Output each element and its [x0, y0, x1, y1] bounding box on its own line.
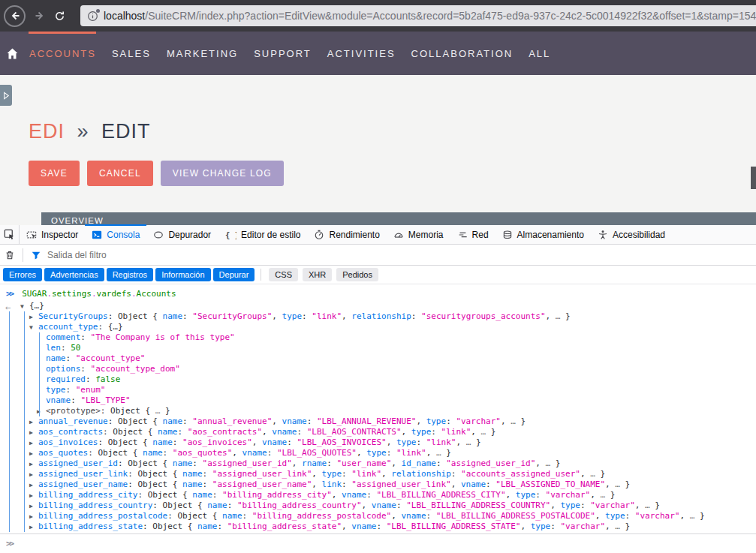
pill-divider	[261, 269, 261, 281]
expand-arrow-icon[interactable]: ▶	[29, 459, 38, 470]
expand-arrow-icon[interactable]: ▶	[29, 417, 38, 428]
console-row: ▶aos_invoices: Object { name: "aos_invoi…	[0, 437, 756, 448]
console-row: name: "account_type"	[0, 353, 756, 364]
breadcrumb: EDI » EDIT	[29, 120, 151, 143]
nav-item-accounts[interactable]: ACCOUNTS	[29, 48, 96, 59]
tab-overview[interactable]: OVERVIEW	[41, 212, 756, 225]
nav-item-sales[interactable]: SALES	[112, 48, 151, 59]
trash-icon	[5, 250, 15, 260]
nav-item-support[interactable]: SUPPORT	[254, 48, 312, 59]
console-row: required: false	[0, 374, 756, 385]
back-button[interactable]	[4, 5, 26, 27]
tab-network[interactable]: Red	[450, 225, 495, 244]
expand-arrow-icon[interactable]: ▶	[29, 428, 38, 438]
devtools-filter-bar: Salida del filtro	[0, 245, 756, 266]
toolbar-divider	[23, 248, 23, 262]
nav-item-all[interactable]: ALL	[529, 48, 550, 59]
expand-arrow-icon[interactable]: ▶	[29, 491, 38, 501]
console-output: >> SUGAR.settings.vardefs.Accounts ← ▼{……	[0, 284, 756, 533]
filter-información[interactable]: Información	[155, 268, 210, 281]
filter-depurar[interactable]: Depurar	[213, 268, 255, 281]
storage-icon	[502, 230, 513, 240]
expand-arrow-icon[interactable]: ▶	[37, 407, 46, 417]
forward-button[interactable]	[34, 10, 46, 22]
permission-dot	[96, 9, 100, 13]
tab-style-editor[interactable]: { }Editor de estilo	[218, 225, 307, 244]
performance-icon	[314, 230, 324, 240]
memory-icon	[393, 230, 404, 240]
filter-advertencias[interactable]: Advertencias	[44, 268, 104, 281]
tab-storage[interactable]: Almacenamiento	[495, 225, 591, 244]
tab-performance[interactable]: Rendimiento	[307, 225, 386, 244]
expand-arrow-icon[interactable]: ▶	[29, 480, 38, 491]
expand-arrow-icon[interactable]: ▶	[29, 449, 38, 459]
tab-console[interactable]: Consola	[85, 225, 146, 244]
browser-window: localhost/SuiteCRM/index.php?action=Edit…	[0, 0, 756, 553]
save-button[interactable]: SAVE	[29, 161, 80, 186]
nav-item-marketing[interactable]: MARKETING	[167, 48, 238, 59]
tab-debugger[interactable]: Depurador	[146, 225, 218, 244]
console-row: ▶aos_quotes: Object { name: "aos_quotes"…	[0, 448, 756, 458]
console-row: ▶<prototype>: Object { … }	[0, 406, 756, 416]
tab-memory[interactable]: Memoria	[387, 225, 450, 244]
expand-arrow-icon[interactable]: ▶	[29, 522, 38, 533]
home-icon[interactable]	[6, 47, 19, 60]
nav-item-activities[interactable]: ACTIVITIES	[327, 48, 396, 59]
indent-guide	[9, 311, 10, 532]
expand-arrow-icon[interactable]: ▶	[29, 512, 38, 522]
cancel-button[interactable]: CANCEL	[87, 161, 153, 186]
console-row: ▶billing_address_state: Object { name: "…	[0, 521, 756, 532]
tab-accessibility[interactable]: Accesibilidad	[591, 225, 672, 244]
console-row: ▶SecurityGroups: Object { name: "Securit…	[0, 311, 756, 322]
filter-output-input[interactable]: Salida del filtro	[47, 250, 107, 260]
expand-arrow-icon[interactable]: ▶	[29, 312, 38, 323]
collapse-arrow-icon[interactable]: ▼	[20, 302, 29, 312]
triangle-right-icon	[2, 91, 11, 101]
tab-label: Depurador	[168, 230, 211, 240]
expand-arrow-icon[interactable]: ▶	[29, 501, 38, 512]
breadcrumb-view: EDIT	[101, 120, 151, 143]
console-row: len: 50	[0, 343, 756, 353]
indent-guide	[24, 311, 25, 532]
breadcrumb-module[interactable]: EDI	[29, 120, 65, 143]
tab-label: Editor de estilo	[241, 230, 300, 240]
tab-inspector[interactable]: Inspector	[20, 225, 85, 244]
console-row: ▶billing_address_city: Object { name: "b…	[0, 490, 756, 500]
page-scrollbar-thumb[interactable]	[751, 167, 756, 189]
tab-label: Inspector	[41, 230, 78, 240]
console-row: ▶assigned_user_id: Object { name: "assig…	[0, 458, 756, 469]
tab-label: Rendimiento	[329, 230, 379, 240]
console-row: ▶aos_contracts: Object { name: "aos_cont…	[0, 427, 756, 437]
filter-pedidos[interactable]: Pedidos	[336, 268, 378, 281]
filter-funnel-icon	[31, 250, 41, 260]
console-icon	[92, 230, 102, 240]
pick-element-button[interactable]	[0, 225, 20, 244]
view-change-log-button[interactable]: VIEW CHANGE LOG	[161, 161, 284, 186]
console-row: ▼{…}	[0, 301, 756, 311]
console-row: ▶billing_address_country: Object { name:…	[0, 500, 756, 511]
expand-arrow-icon[interactable]: ▶	[29, 470, 38, 480]
filter-errores[interactable]: Errores	[3, 268, 42, 281]
input-prompt-icon: >>	[6, 539, 13, 548]
console-filter-buttons: ErroresAdvertenciasRegistrosInformaciónD…	[0, 266, 756, 284]
browser-toolbar: localhost/SuiteCRM/index.php?action=Edit…	[0, 0, 756, 32]
filter-xhr[interactable]: XHR	[303, 268, 332, 281]
nav-item-collaboration[interactable]: COLLABORATION	[411, 48, 514, 59]
url-bar[interactable]: localhost/SuiteCRM/index.php?action=Edit…	[80, 5, 756, 26]
indent-guide	[39, 332, 40, 416]
console-input-row[interactable]: >>	[0, 533, 756, 553]
url-path: /SuiteCRM/index.php?action=EditView&modu…	[145, 10, 756, 22]
page-info-icon[interactable]	[87, 11, 98, 22]
slideout-toggle[interactable]	[0, 85, 12, 106]
tab-label: Consola	[107, 230, 140, 240]
tab-label: Accesibilidad	[613, 230, 665, 240]
filter-registros[interactable]: Registros	[107, 268, 153, 281]
collapse-arrow-icon[interactable]: ▼	[29, 323, 38, 333]
tab-label: Almacenamiento	[517, 230, 584, 240]
filter-css[interactable]: CSS	[269, 268, 298, 281]
reload-button[interactable]	[54, 11, 65, 22]
inspector-icon	[26, 230, 37, 240]
url-domain: localhost	[104, 10, 145, 22]
expand-arrow-icon[interactable]: ▶	[29, 438, 38, 449]
clear-console-button[interactable]	[0, 250, 20, 260]
